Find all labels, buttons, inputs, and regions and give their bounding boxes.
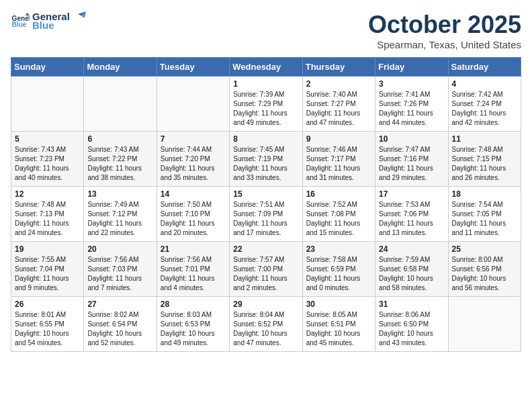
calendar-cell: 16Sunrise: 7:52 AM Sunset: 7:08 PM Dayli… — [302, 187, 375, 242]
logo-bird-icon — [71, 11, 86, 22]
header-tuesday: Tuesday — [157, 58, 229, 77]
day-info: Sunrise: 7:50 AM Sunset: 7:10 PM Dayligh… — [161, 200, 226, 238]
calendar-cell: 17Sunrise: 7:53 AM Sunset: 7:06 PM Dayli… — [375, 187, 448, 242]
day-info: Sunrise: 7:40 AM Sunset: 7:27 PM Dayligh… — [306, 90, 371, 128]
header-saturday: Saturday — [448, 58, 521, 77]
day-info: Sunrise: 8:04 AM Sunset: 6:52 PM Dayligh… — [233, 310, 298, 348]
day-info: Sunrise: 8:06 AM Sunset: 6:50 PM Dayligh… — [379, 310, 444, 348]
day-number: 6 — [87, 134, 152, 144]
header-friday: Friday — [375, 58, 448, 77]
calendar-cell: 3Sunrise: 7:41 AM Sunset: 7:26 PM Daylig… — [375, 77, 448, 132]
calendar-cell: 10Sunrise: 7:47 AM Sunset: 7:16 PM Dayli… — [375, 132, 448, 187]
calendar-cell — [448, 297, 521, 352]
calendar-cell: 18Sunrise: 7:54 AM Sunset: 7:05 PM Dayli… — [448, 187, 521, 242]
calendar-cell: 29Sunrise: 8:04 AM Sunset: 6:52 PM Dayli… — [230, 297, 302, 352]
calendar-cell — [84, 77, 157, 132]
calendar-cell: 22Sunrise: 7:57 AM Sunset: 7:00 PM Dayli… — [230, 242, 302, 297]
calendar-cell: 2Sunrise: 7:40 AM Sunset: 7:27 PM Daylig… — [302, 77, 375, 132]
day-info: Sunrise: 7:46 AM Sunset: 7:17 PM Dayligh… — [306, 145, 371, 183]
day-info: Sunrise: 7:54 AM Sunset: 7:05 PM Dayligh… — [452, 200, 517, 238]
day-number: 20 — [87, 244, 152, 254]
day-number: 23 — [306, 244, 371, 254]
day-number: 24 — [379, 244, 444, 254]
calendar-cell: 5Sunrise: 7:43 AM Sunset: 7:23 PM Daylig… — [11, 132, 84, 187]
day-info: Sunrise: 7:48 AM Sunset: 7:15 PM Dayligh… — [452, 145, 517, 183]
day-number: 11 — [452, 134, 517, 144]
day-number: 29 — [233, 300, 298, 309]
calendar-cell: 31Sunrise: 8:06 AM Sunset: 6:50 PM Dayli… — [375, 297, 448, 352]
day-info: Sunrise: 7:39 AM Sunset: 7:29 PM Dayligh… — [233, 90, 298, 128]
calendar-cell: 13Sunrise: 7:49 AM Sunset: 7:12 PM Dayli… — [84, 187, 157, 242]
header-sunday: Sunday — [11, 58, 84, 77]
day-info: Sunrise: 8:05 AM Sunset: 6:51 PM Dayligh… — [306, 310, 371, 348]
calendar-cell: 8Sunrise: 7:45 AM Sunset: 7:19 PM Daylig… — [230, 132, 302, 187]
day-info: Sunrise: 7:59 AM Sunset: 6:58 PM Dayligh… — [379, 255, 444, 293]
day-number: 2 — [306, 79, 371, 89]
calendar-cell: 11Sunrise: 7:48 AM Sunset: 7:15 PM Dayli… — [448, 132, 521, 187]
calendar-cell: 28Sunrise: 8:03 AM Sunset: 6:53 PM Dayli… — [157, 297, 229, 352]
calendar-week-row: 26Sunrise: 8:01 AM Sunset: 6:55 PM Dayli… — [11, 297, 521, 352]
calendar-week-row: 1Sunrise: 7:39 AM Sunset: 7:29 PM Daylig… — [11, 77, 521, 132]
calendar-cell: 25Sunrise: 8:00 AM Sunset: 6:56 PM Dayli… — [448, 242, 521, 297]
page-header: General Blue General Blue October 2025 S… — [11, 11, 521, 50]
header-thursday: Thursday — [302, 58, 375, 77]
calendar-cell: 27Sunrise: 8:02 AM Sunset: 6:54 PM Dayli… — [84, 297, 157, 352]
calendar-cell: 9Sunrise: 7:46 AM Sunset: 7:17 PM Daylig… — [302, 132, 375, 187]
calendar-header-row: SundayMondayTuesdayWednesdayThursdayFrid… — [11, 58, 521, 77]
day-info: Sunrise: 7:45 AM Sunset: 7:19 PM Dayligh… — [233, 145, 298, 183]
calendar-cell: 19Sunrise: 7:55 AM Sunset: 7:04 PM Dayli… — [11, 242, 84, 297]
day-info: Sunrise: 7:57 AM Sunset: 7:00 PM Dayligh… — [233, 255, 298, 293]
day-number: 15 — [233, 189, 298, 199]
day-number: 5 — [15, 134, 80, 144]
calendar-cell: 12Sunrise: 7:48 AM Sunset: 7:13 PM Dayli… — [11, 187, 84, 242]
day-info: Sunrise: 7:42 AM Sunset: 7:24 PM Dayligh… — [452, 90, 517, 128]
day-number: 31 — [379, 300, 444, 309]
day-info: Sunrise: 7:41 AM Sunset: 7:26 PM Dayligh… — [379, 90, 444, 128]
header-monday: Monday — [84, 58, 157, 77]
day-info: Sunrise: 7:47 AM Sunset: 7:16 PM Dayligh… — [379, 145, 444, 183]
day-info: Sunrise: 7:55 AM Sunset: 7:04 PM Dayligh… — [15, 255, 80, 293]
calendar-cell — [11, 77, 84, 132]
logo: General Blue General Blue — [11, 11, 86, 31]
day-info: Sunrise: 7:58 AM Sunset: 6:59 PM Dayligh… — [306, 255, 371, 293]
svg-marker-2 — [26, 13, 30, 16]
month-title: October 2025 — [368, 11, 521, 39]
day-number: 16 — [306, 189, 371, 199]
calendar-table: SundayMondayTuesdayWednesdayThursdayFrid… — [11, 57, 521, 352]
day-info: Sunrise: 7:56 AM Sunset: 7:03 PM Dayligh… — [87, 255, 152, 293]
title-block: October 2025 Spearman, Texas, United Sta… — [368, 11, 521, 50]
day-info: Sunrise: 8:01 AM Sunset: 6:55 PM Dayligh… — [15, 310, 80, 348]
day-number: 9 — [306, 134, 371, 144]
day-number: 12 — [15, 189, 80, 199]
calendar-cell: 1Sunrise: 7:39 AM Sunset: 7:29 PM Daylig… — [230, 77, 302, 132]
logo-icon: General Blue — [11, 11, 30, 30]
day-info: Sunrise: 7:56 AM Sunset: 7:01 PM Dayligh… — [161, 255, 226, 293]
day-info: Sunrise: 7:48 AM Sunset: 7:13 PM Dayligh… — [15, 200, 80, 238]
day-number: 14 — [161, 189, 226, 199]
calendar-cell: 23Sunrise: 7:58 AM Sunset: 6:59 PM Dayli… — [302, 242, 375, 297]
day-info: Sunrise: 8:00 AM Sunset: 6:56 PM Dayligh… — [452, 255, 517, 293]
calendar-week-row: 12Sunrise: 7:48 AM Sunset: 7:13 PM Dayli… — [11, 187, 521, 242]
day-number: 19 — [15, 244, 80, 254]
calendar-week-row: 19Sunrise: 7:55 AM Sunset: 7:04 PM Dayli… — [11, 242, 521, 297]
calendar-cell: 14Sunrise: 7:50 AM Sunset: 7:10 PM Dayli… — [157, 187, 229, 242]
day-number: 10 — [379, 134, 444, 144]
day-info: Sunrise: 8:02 AM Sunset: 6:54 PM Dayligh… — [87, 310, 152, 348]
day-info: Sunrise: 7:43 AM Sunset: 7:22 PM Dayligh… — [87, 145, 152, 183]
day-info: Sunrise: 7:49 AM Sunset: 7:12 PM Dayligh… — [87, 200, 152, 238]
calendar-cell: 21Sunrise: 7:56 AM Sunset: 7:01 PM Dayli… — [157, 242, 229, 297]
day-info: Sunrise: 7:52 AM Sunset: 7:08 PM Dayligh… — [306, 200, 371, 238]
calendar-cell: 24Sunrise: 7:59 AM Sunset: 6:58 PM Dayli… — [375, 242, 448, 297]
calendar-cell: 20Sunrise: 7:56 AM Sunset: 7:03 PM Dayli… — [84, 242, 157, 297]
calendar-week-row: 5Sunrise: 7:43 AM Sunset: 7:23 PM Daylig… — [11, 132, 521, 187]
day-number: 25 — [452, 244, 517, 254]
day-info: Sunrise: 7:51 AM Sunset: 7:09 PM Dayligh… — [233, 200, 298, 238]
calendar-cell: 26Sunrise: 8:01 AM Sunset: 6:55 PM Dayli… — [11, 297, 84, 352]
day-info: Sunrise: 7:44 AM Sunset: 7:20 PM Dayligh… — [161, 145, 226, 183]
calendar-cell: 6Sunrise: 7:43 AM Sunset: 7:22 PM Daylig… — [84, 132, 157, 187]
day-number: 27 — [87, 300, 152, 309]
day-number: 21 — [161, 244, 226, 254]
calendar-cell: 7Sunrise: 7:44 AM Sunset: 7:20 PM Daylig… — [157, 132, 229, 187]
day-number: 13 — [87, 189, 152, 199]
day-number: 18 — [452, 189, 517, 199]
